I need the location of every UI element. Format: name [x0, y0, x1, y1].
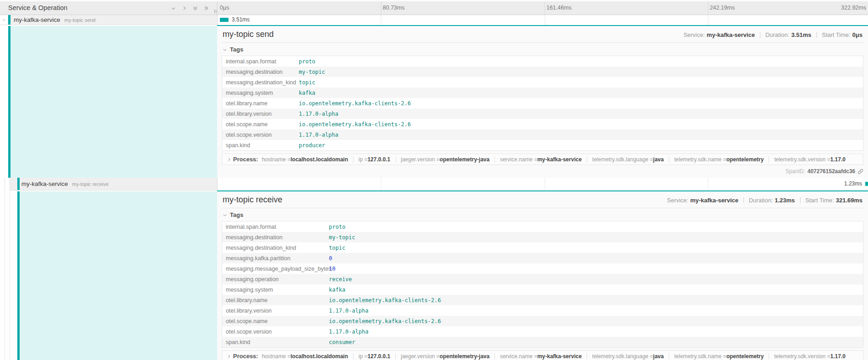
span-detail-meta: Service: my-kafka-service Duration: 3.51… [683, 31, 863, 38]
process-key: ip [359, 353, 368, 360]
tag-value: io.opentelemetry.kafka-clients-2.6 [299, 121, 411, 128]
tag-value: 10 [329, 266, 335, 272]
gridline [381, 15, 381, 25]
collapse-span-icon[interactable] [0, 15, 8, 25]
process-key: telemetry.sdk.version [774, 353, 830, 360]
span-timeline-cell: 3.51ms [217, 15, 868, 25]
process-key: jaeger.version [401, 156, 440, 163]
tick-label: 322.92ms [841, 1, 866, 15]
gridline [381, 178, 381, 190]
tags-section-toggle[interactable]: Tags [222, 43, 863, 56]
chevron-right-icon[interactable] [182, 5, 187, 11]
tag-value: proto [299, 58, 315, 65]
start-time-value: 321.69ms [836, 197, 863, 204]
tag-key: messaging.destination [222, 69, 299, 75]
process-attribute: telemetry.sdk.version 1.17.0 [769, 156, 850, 163]
tags-table: internal.span.format proto messaging.des… [222, 221, 863, 348]
tag-row: messaging.destination my-topic [222, 67, 863, 77]
service-operation-header: Service & Operation [0, 1, 217, 15]
tag-value: 1.17.0-alpha [329, 308, 369, 314]
chevron-down-icon [223, 213, 227, 217]
process-attribute: telemetry.sdk.version 1.17.0 [769, 353, 850, 360]
span-id-label: SpanID: [785, 168, 805, 175]
tag-value: io.opentelemetry.kafka-clients-2.6 [329, 318, 441, 324]
process-attributes: hostname localhost.localdomain ip 127.0.… [261, 353, 851, 360]
tag-key: otel.scope.version [222, 132, 299, 138]
process-section-toggle[interactable]: Process: hostname localhost.localdomain … [222, 154, 863, 165]
service-operation-text: my-kafka-servicemy-topic send [14, 15, 96, 25]
tag-value: io.opentelemetry.kafka-clients-2.6 [299, 100, 411, 107]
process-key: service.name [500, 156, 537, 163]
process-value: 127.0.0.1 [368, 156, 390, 163]
process-value: java [653, 353, 664, 360]
tag-value: producer [299, 142, 325, 149]
tags-table: internal.span.format proto messaging.des… [222, 56, 863, 151]
gridline [545, 178, 545, 190]
tag-value: kafka [299, 90, 315, 96]
process-attribute: service.name my-kafka-service [494, 353, 587, 360]
span-name-cell-receive[interactable]: my-kafka-servicemy-topic receive [10, 178, 217, 190]
chevron-right-icon [227, 354, 231, 359]
tag-value: receive [329, 276, 352, 283]
process-attribute: hostname localhost.localdomain [261, 156, 353, 163]
tag-key: span.kind [222, 142, 299, 149]
span-duration-bar[interactable] [865, 182, 868, 186]
service-color-stripe [8, 15, 10, 25]
process-attribute: service.name my-kafka-service [494, 156, 587, 163]
double-chevron-right-icon[interactable] [203, 5, 209, 11]
tag-row: otel.library.version 1.17.0-alpha [222, 108, 863, 119]
service-name: my-kafka-service [21, 180, 68, 187]
tag-key: otel.scope.name [222, 318, 329, 324]
tag-key: messaging.destination_kind [222, 245, 329, 251]
span-id-value: 407276152aafdc36 [807, 168, 855, 175]
tags-section-toggle[interactable]: Tags [222, 208, 863, 221]
process-key: telemetry.sdk.version [774, 156, 830, 163]
service-value: my-kafka-service [690, 197, 738, 204]
tag-row: otel.scope.version 1.17.0-alpha [222, 129, 863, 140]
process-key: telemetry.sdk.name [674, 353, 726, 360]
indent-guide [5, 190, 5, 360]
tag-value: topic [329, 245, 345, 251]
separator [760, 32, 760, 38]
expanded-span-highlight [20, 191, 217, 360]
span-name-cell-send[interactable]: my-kafka-servicemy-topic send [0, 15, 217, 25]
service-operation-label: Service & Operation [8, 1, 68, 15]
service-operation-text: my-kafka-servicemy-topic receive [21, 178, 109, 190]
tick-label: 161.46ms [546, 1, 572, 15]
duration-label: Duration: [765, 31, 790, 38]
process-attributes: hostname localhost.localdomain ip 127.0.… [261, 156, 851, 163]
tag-value: 0 [329, 255, 332, 262]
tag-row: internal.span.format proto [222, 56, 863, 67]
link-icon[interactable] [858, 169, 863, 175]
span-detail-title: my-topic send [223, 30, 274, 39]
process-section-toggle[interactable]: Process: hostname localhost.localdomain … [222, 350, 863, 360]
duration-value: 1.23ms [774, 197, 795, 204]
service-label: Service: [683, 31, 705, 38]
tag-key: otel.library.name [222, 100, 299, 107]
tag-key: messaging.destination [222, 234, 329, 241]
span-duration-bar[interactable] [220, 18, 229, 22]
tags-section-label: Tags [230, 46, 243, 53]
process-attribute: ip 127.0.0.1 [353, 353, 395, 360]
span-duration-label: 1.23ms [844, 178, 862, 190]
collapse-controls [171, 1, 209, 15]
process-value: 127.0.0.1 [368, 353, 390, 360]
tag-row: messaging.kafka.partition 0 [222, 253, 863, 263]
process-value: java [653, 156, 664, 163]
tag-key: messaging.kafka.partition [222, 255, 329, 262]
separator [800, 197, 800, 203]
process-label: Process: [233, 353, 258, 360]
span-row-receive: my-kafka-servicemy-topic receive 1.23ms [0, 178, 868, 190]
chevron-down-icon[interactable] [171, 5, 176, 11]
tag-row: messaging.system kafka [222, 87, 863, 98]
tag-key: messaging.message_payload_size_bytes [222, 266, 329, 272]
tag-value: topic [299, 79, 315, 86]
gridline [708, 1, 708, 15]
tag-key: messaging.operation [222, 276, 329, 283]
separator [816, 32, 817, 38]
double-chevron-down-icon[interactable] [192, 5, 198, 11]
process-value: localhost.localdomain [291, 156, 348, 163]
indent-guide [0, 178, 5, 190]
service-name: my-kafka-service [14, 16, 60, 23]
tick-label: 242.19ms [710, 1, 735, 15]
